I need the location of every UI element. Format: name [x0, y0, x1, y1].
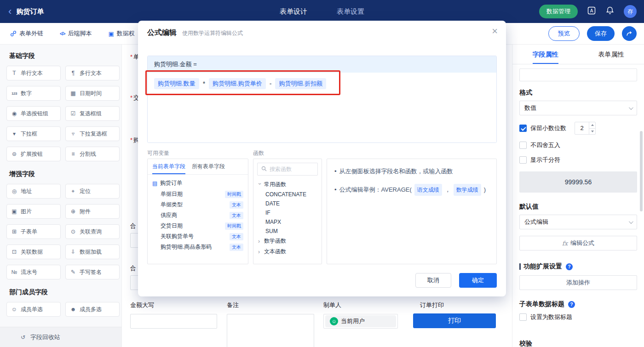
- keep-decimal-label: 保留小数位数: [530, 124, 566, 132]
- user-icon: ☺: [330, 317, 338, 325]
- field-image[interactable]: ▣图片: [6, 204, 61, 219]
- page-title: 购货订单: [16, 7, 44, 16]
- save-button[interactable]: 保存: [587, 26, 615, 41]
- help-icon[interactable]: ?: [566, 263, 573, 270]
- scrollbar[interactable]: [640, 131, 643, 211]
- data-permission-label: 数据权: [117, 29, 135, 38]
- tab-form-settings[interactable]: 表单设置: [337, 7, 364, 16]
- current-user-chip[interactable]: ☺ 当前用户: [325, 315, 396, 327]
- tab-form-properties[interactable]: 表单属性: [578, 45, 644, 64]
- function-item[interactable]: SUM: [253, 227, 322, 236]
- amount-words-input[interactable]: [130, 314, 217, 329]
- field-number[interactable]: 123数字: [6, 86, 61, 101]
- field-select[interactable]: ▾下拉框: [6, 126, 61, 141]
- variable-item[interactable]: 供应商文本: [148, 210, 248, 221]
- language-icon[interactable]: A: [587, 6, 596, 17]
- tab-form-design[interactable]: 表单设计: [280, 7, 307, 16]
- formula-field-token[interactable]: 购货明细.购货单价: [209, 78, 266, 89]
- data-manage-button[interactable]: 数据管理: [539, 5, 578, 18]
- type-tag: 时间戳: [225, 191, 243, 198]
- stepper-down-icon[interactable]: [589, 128, 595, 135]
- variable-item[interactable]: 关联购货单号文本: [148, 231, 248, 242]
- field-checkbox-group[interactable]: ☑复选框组: [65, 106, 120, 121]
- tab-all-form-fields[interactable]: 所有表单字段: [192, 159, 225, 174]
- help-icon[interactable]: ?: [568, 301, 575, 308]
- formula-body[interactable]: 购货明细.数量 * 购货明细.购货单价 - 购货明细.折扣额: [148, 73, 496, 142]
- field-datetime[interactable]: ▦日期时间: [65, 86, 120, 101]
- attachment-icon: ⊕: [69, 208, 77, 215]
- avatar[interactable]: 存: [624, 5, 637, 18]
- variables-pane: 当前表单字段 所有表单字段 ▤ 购货订单 单据日期时间戳 单据类型文本 供应商文…: [147, 159, 248, 264]
- signature-icon: ✎: [69, 269, 77, 275]
- function-search-input[interactable]: [270, 166, 314, 172]
- function-item[interactable]: IF: [253, 208, 322, 217]
- field-related-query[interactable]: ⊙关联查询: [65, 224, 120, 239]
- add-action-button[interactable]: 添加操作: [519, 275, 637, 290]
- function-item[interactable]: MAPX: [253, 217, 322, 227]
- preview-button[interactable]: 预览: [548, 26, 580, 41]
- formula-field-token[interactable]: 购货明细.折扣额: [275, 78, 326, 89]
- field-radio-group[interactable]: ◉单选按钮组: [6, 106, 61, 121]
- member-single-icon: ☺: [11, 306, 18, 313]
- variable-item[interactable]: 交货日期时间戳: [148, 221, 248, 231]
- bell-icon[interactable]: [605, 6, 615, 17]
- field-location[interactable]: ⌖定位: [65, 184, 120, 199]
- share-button[interactable]: [622, 26, 637, 41]
- current-user-label: 当前用户: [341, 317, 365, 325]
- field-multi-line-text[interactable]: ¶多行文本: [65, 66, 120, 80]
- tab-field-properties[interactable]: 字段属性: [512, 45, 578, 64]
- field-subform[interactable]: ⊞子表单: [6, 224, 61, 239]
- number-sample-preview: 99999.56: [519, 171, 637, 193]
- keep-decimal-checkbox[interactable]: [519, 125, 527, 132]
- variable-item[interactable]: 购货明细.商品条形码文本: [148, 242, 248, 252]
- property-input[interactable]: [519, 68, 637, 81]
- function-group-common[interactable]: ›常用函数: [253, 179, 322, 190]
- stepper-up-icon[interactable]: [589, 122, 595, 128]
- form-external-link-item[interactable]: 表单外链: [10, 29, 43, 38]
- data-permission-item[interactable]: ▣ 数据权: [108, 29, 134, 38]
- field-single-line-text[interactable]: T单行文本: [6, 66, 61, 80]
- formula-field-token[interactable]: 购货明细.数量: [154, 78, 199, 89]
- decimal-stepper[interactable]: 2: [575, 122, 596, 135]
- variable-root[interactable]: ▤ 购货订单: [148, 177, 248, 189]
- print-button[interactable]: 打印: [413, 313, 496, 328]
- format-select[interactable]: 数值: [519, 101, 637, 115]
- form-doc-icon: ▤: [152, 180, 157, 187]
- formula-target: 购货明细.金额 =: [148, 56, 496, 73]
- field-label: 地址: [21, 188, 32, 195]
- function-item[interactable]: CONCATENATE: [253, 190, 322, 199]
- field-label: 子表单: [21, 228, 37, 236]
- field-signature[interactable]: ✎手写签名: [65, 265, 120, 279]
- field-recycle-bin[interactable]: ↺ 字段回收站: [0, 327, 121, 347]
- field-address[interactable]: ◎地址: [6, 184, 61, 199]
- thousand-separator-checkbox[interactable]: [519, 156, 527, 164]
- cancel-button[interactable]: 取消: [415, 273, 451, 288]
- creator-field[interactable]: ☺ 当前用户: [323, 314, 398, 329]
- note-textarea[interactable]: [227, 314, 314, 347]
- function-search[interactable]: [257, 163, 318, 176]
- function-group-text[interactable]: ›文本函数: [253, 246, 322, 257]
- field-serial-number[interactable]: №流水号: [6, 265, 61, 279]
- field-divider[interactable]: ≡分割线: [65, 147, 120, 161]
- function-group-math[interactable]: ›数学函数: [253, 236, 322, 246]
- tab-current-form-fields[interactable]: 当前表单字段: [152, 159, 185, 174]
- field-attachment[interactable]: ⊕附件: [65, 204, 120, 219]
- default-value-select[interactable]: 公式编辑: [519, 215, 637, 229]
- function-item[interactable]: DATE: [253, 199, 322, 208]
- field-member-single[interactable]: ☺成员单选: [6, 302, 61, 317]
- variable-item[interactable]: 单据日期时间戳: [148, 189, 248, 199]
- field-extend-button[interactable]: ⊜扩展按钮: [6, 147, 61, 161]
- field-multi-select[interactable]: ▿下拉复选框: [65, 126, 120, 141]
- variable-item[interactable]: 单据类型文本: [148, 199, 248, 210]
- set-data-title-checkbox[interactable]: [519, 313, 527, 321]
- back-icon[interactable]: ‹: [8, 6, 12, 17]
- no-rounding-checkbox[interactable]: [519, 142, 527, 149]
- field-member-multi[interactable]: ☻成员多选: [65, 302, 120, 317]
- field-data-load[interactable]: ⇩数据加载: [65, 245, 120, 259]
- backend-script-item[interactable]: </> 后端脚本: [60, 29, 92, 38]
- confirm-button[interactable]: 确定: [459, 273, 497, 288]
- edit-formula-button[interactable]: fx 编辑公式: [519, 236, 637, 250]
- close-icon[interactable]: ×: [492, 26, 498, 36]
- field-related-data[interactable]: ⊡关联数据: [6, 245, 61, 259]
- amount-words-label: 金额大写: [130, 301, 217, 309]
